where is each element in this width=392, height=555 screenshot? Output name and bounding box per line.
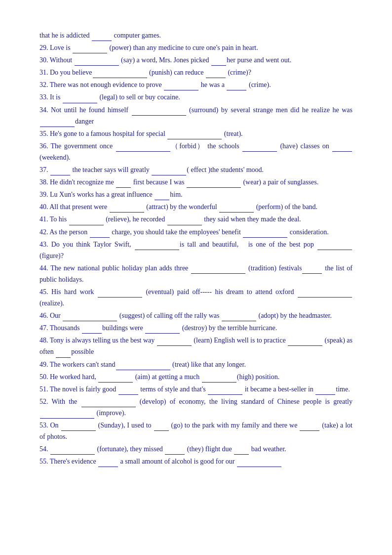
blank [165,448,185,455]
line-41: 41. To his (relieve), he recorded they s… [39,213,353,225]
blank [82,327,102,334]
blank [110,206,144,213]
blank [315,388,335,395]
blank [206,71,226,78]
line-45: 45. His hard work (eventual) paid off---… [39,286,353,309]
blank [40,120,75,127]
blank [242,145,277,152]
blank [164,84,198,90]
blank [90,231,110,238]
blank [288,339,322,346]
line-54: 54. (fortunate), they missed (they) flig… [39,443,353,455]
line-42: 42. As the person charge, you should tak… [39,226,353,238]
blank [98,460,118,467]
line-33: 33. It is (legal) to sell or buy cocaine… [39,91,353,103]
content: that he is addicted computer games. 29. … [39,30,353,467]
line-34: 34. Not until he found himself (surround… [39,104,353,127]
blank [211,59,226,66]
line-43: 43. Do you think Taylor Swift, is tall a… [39,239,353,261]
blank [56,351,71,358]
blank [187,181,241,188]
blank [227,84,246,90]
blank [300,424,319,431]
blank [243,231,287,238]
line-50: 50. He worked hard, (aim) at getting a m… [39,371,353,383]
blank [116,181,131,188]
blank [63,96,97,103]
line-30: 30. Without (say) a word, Mrs. Jones pic… [39,54,353,66]
blank [116,363,170,370]
blank [222,314,256,321]
blank [69,218,104,225]
line-37: 37. the teacher says will greatly ( effe… [39,164,353,175]
blank [92,34,112,41]
blank [237,460,281,467]
blank [145,327,180,334]
line-47: 47. Thousands buildings were (destroy) b… [39,322,353,334]
blank [155,193,169,200]
blank [135,243,179,250]
line-35: 35. He's gone to a famous hospital for s… [39,128,353,139]
blank [332,145,352,152]
blank [191,267,245,274]
line-29: 29. Love is (power) than any medicine to… [39,42,353,53]
line-55: 55. There's evidence a small amount of a… [39,456,353,467]
line-52: 52. With the (develop) of economy, the l… [39,396,353,419]
blank [50,169,70,175]
line-53: 53. On (Sunday), I used to (go) to the p… [39,420,353,442]
line-39: 39. Lu Xun's works has a great influence… [39,189,353,200]
blank [98,376,133,383]
line-32: 32. There was not enough evidence to pro… [39,79,353,90]
blank [116,145,170,152]
blank [152,169,186,175]
line-48: 48. Tony is always telling us the best w… [39,335,353,357]
blank [317,243,352,250]
blank [298,291,352,298]
blank [63,314,117,321]
blank [234,448,249,455]
blank [73,46,107,53]
blank [50,448,95,455]
line-40: 40. All that present were (attract) by t… [39,201,353,213]
blank [40,412,94,419]
line-49: 49. The workers can't stand (treat) like… [39,359,353,370]
line-51: 51. The novel is fairly good terms of st… [39,384,353,395]
line-44: 44. The new national public holiday plan… [39,262,353,285]
line-31: 31. Do you believe (punish) can reduce (… [39,67,353,78]
blank [81,400,136,407]
line-46: 46. Our (suggest) of calling off the ral… [39,310,353,321]
blank [202,376,236,383]
line-intro: that he is addicted computer games. [39,30,353,41]
blank [219,206,254,213]
blank [157,339,192,346]
blank [75,59,119,66]
blank [93,71,147,78]
blank [167,132,222,139]
blank [98,291,142,298]
line-36: 36. The government once （forbid） the sch… [39,140,353,163]
blank [302,267,322,274]
blank [132,109,186,116]
blank [61,424,96,431]
blank [167,218,202,225]
page: that he is addicted computer games. 29. … [0,0,392,555]
blank [154,424,169,431]
blank [208,388,242,395]
line-38: 38. He didn't recognize me first because… [39,176,353,188]
blank [118,388,138,395]
